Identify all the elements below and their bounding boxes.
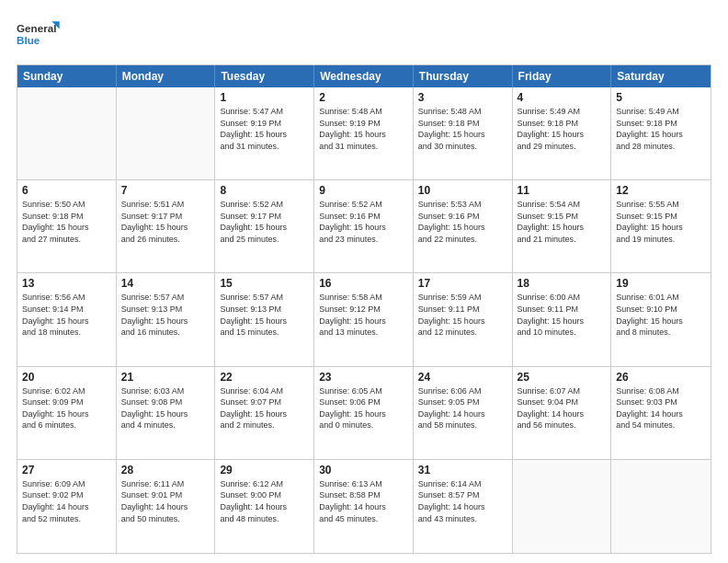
calendar-header-day: Saturday	[611, 65, 711, 87]
calendar-header-day: Monday	[117, 65, 216, 87]
day-number: 17	[418, 277, 507, 290]
svg-text:Blue: Blue	[17, 34, 40, 46]
day-number: 12	[616, 184, 706, 197]
day-number: 8	[220, 184, 309, 197]
cell-detail: Sunrise: 6:00 AM Sunset: 9:11 PM Dayligh…	[518, 292, 607, 338]
cell-detail: Sunrise: 6:05 AM Sunset: 9:06 PM Dayligh…	[319, 385, 408, 431]
calendar-cell: 27Sunrise: 6:09 AM Sunset: 9:02 PM Dayli…	[17, 460, 117, 553]
day-number: 15	[220, 277, 309, 290]
day-number: 29	[220, 464, 309, 477]
day-number: 23	[319, 371, 408, 384]
cell-detail: Sunrise: 6:07 AM Sunset: 9:04 PM Dayligh…	[518, 385, 607, 431]
day-number: 2	[319, 91, 408, 104]
calendar-cell: 11Sunrise: 5:54 AM Sunset: 9:15 PM Dayli…	[513, 180, 612, 272]
calendar-header-day: Tuesday	[215, 65, 314, 87]
calendar-cell: 9Sunrise: 5:52 AM Sunset: 9:16 PM Daylig…	[314, 180, 414, 272]
cell-detail: Sunrise: 6:14 AM Sunset: 8:57 PM Dayligh…	[418, 478, 507, 524]
cell-detail: Sunrise: 5:57 AM Sunset: 9:13 PM Dayligh…	[121, 292, 210, 338]
calendar-cell: 31Sunrise: 6:14 AM Sunset: 8:57 PM Dayli…	[414, 460, 513, 553]
day-number: 19	[616, 277, 706, 290]
day-number: 11	[518, 184, 607, 197]
calendar-cell: 25Sunrise: 6:07 AM Sunset: 9:04 PM Dayli…	[513, 367, 612, 459]
calendar-cell: 7Sunrise: 5:51 AM Sunset: 9:17 PM Daylig…	[117, 180, 216, 272]
calendar-cell: 19Sunrise: 6:01 AM Sunset: 9:10 PM Dayli…	[611, 273, 711, 365]
cell-detail: Sunrise: 5:53 AM Sunset: 9:16 PM Dayligh…	[418, 199, 507, 245]
calendar-week: 27Sunrise: 6:09 AM Sunset: 9:02 PM Dayli…	[17, 460, 711, 553]
calendar-cell: 13Sunrise: 5:56 AM Sunset: 9:14 PM Dayli…	[17, 273, 117, 365]
cell-detail: Sunrise: 6:11 AM Sunset: 9:01 PM Dayligh…	[121, 478, 210, 524]
calendar-cell: 29Sunrise: 6:12 AM Sunset: 9:00 PM Dayli…	[215, 460, 314, 553]
day-number: 4	[518, 91, 607, 104]
calendar-cell: 28Sunrise: 6:11 AM Sunset: 9:01 PM Dayli…	[117, 460, 216, 553]
calendar-cell: 4Sunrise: 5:49 AM Sunset: 9:18 PM Daylig…	[513, 87, 612, 179]
day-number: 30	[319, 464, 408, 477]
day-number: 16	[319, 277, 408, 290]
calendar-cell: 14Sunrise: 5:57 AM Sunset: 9:13 PM Dayli…	[117, 273, 216, 365]
day-number: 20	[22, 371, 111, 384]
calendar-cell: 6Sunrise: 5:50 AM Sunset: 9:18 PM Daylig…	[17, 180, 117, 272]
cell-detail: Sunrise: 6:08 AM Sunset: 9:03 PM Dayligh…	[616, 385, 706, 431]
cell-detail: Sunrise: 5:48 AM Sunset: 9:18 PM Dayligh…	[418, 106, 507, 152]
calendar-header-day: Thursday	[414, 65, 513, 87]
calendar: SundayMondayTuesdayWednesdayThursdayFrid…	[17, 64, 711, 554]
calendar-cell: 2Sunrise: 5:48 AM Sunset: 9:19 PM Daylig…	[314, 87, 414, 179]
calendar-cell: 20Sunrise: 6:02 AM Sunset: 9:09 PM Dayli…	[17, 367, 117, 459]
day-number: 21	[121, 371, 210, 384]
calendar-header: SundayMondayTuesdayWednesdayThursdayFrid…	[17, 65, 711, 87]
calendar-header-day: Friday	[513, 65, 612, 87]
calendar-cell: 30Sunrise: 6:13 AM Sunset: 8:58 PM Dayli…	[314, 460, 414, 553]
cell-detail: Sunrise: 5:49 AM Sunset: 9:18 PM Dayligh…	[518, 106, 607, 152]
day-number: 14	[121, 277, 210, 290]
day-number: 22	[220, 371, 309, 384]
calendar-cell	[117, 87, 216, 179]
logo: General Blue	[17, 17, 63, 55]
day-number: 28	[121, 464, 210, 477]
cell-detail: Sunrise: 6:06 AM Sunset: 9:05 PM Dayligh…	[418, 385, 507, 431]
day-number: 3	[418, 91, 507, 104]
day-number: 6	[22, 184, 111, 197]
cell-detail: Sunrise: 5:49 AM Sunset: 9:18 PM Dayligh…	[616, 106, 706, 152]
calendar-cell: 8Sunrise: 5:52 AM Sunset: 9:17 PM Daylig…	[215, 180, 314, 272]
calendar-cell: 15Sunrise: 5:57 AM Sunset: 9:13 PM Dayli…	[215, 273, 314, 365]
calendar-cell: 18Sunrise: 6:00 AM Sunset: 9:11 PM Dayli…	[513, 273, 612, 365]
day-number: 13	[22, 277, 111, 290]
calendar-week: 6Sunrise: 5:50 AM Sunset: 9:18 PM Daylig…	[17, 180, 711, 273]
cell-detail: Sunrise: 5:47 AM Sunset: 9:19 PM Dayligh…	[220, 106, 309, 152]
calendar-body: 1Sunrise: 5:47 AM Sunset: 9:19 PM Daylig…	[17, 87, 711, 553]
day-number: 7	[121, 184, 210, 197]
calendar-cell	[611, 460, 711, 553]
calendar-cell: 17Sunrise: 5:59 AM Sunset: 9:11 PM Dayli…	[414, 273, 513, 365]
cell-detail: Sunrise: 6:12 AM Sunset: 9:00 PM Dayligh…	[220, 478, 309, 524]
cell-detail: Sunrise: 5:52 AM Sunset: 9:16 PM Dayligh…	[319, 199, 408, 245]
calendar-cell: 10Sunrise: 5:53 AM Sunset: 9:16 PM Dayli…	[414, 180, 513, 272]
calendar-cell: 21Sunrise: 6:03 AM Sunset: 9:08 PM Dayli…	[117, 367, 216, 459]
cell-detail: Sunrise: 5:56 AM Sunset: 9:14 PM Dayligh…	[22, 292, 111, 338]
calendar-week: 1Sunrise: 5:47 AM Sunset: 9:19 PM Daylig…	[17, 87, 711, 180]
calendar-cell: 23Sunrise: 6:05 AM Sunset: 9:06 PM Dayli…	[314, 367, 414, 459]
day-number: 5	[616, 91, 706, 104]
cell-detail: Sunrise: 6:01 AM Sunset: 9:10 PM Dayligh…	[616, 292, 706, 338]
day-number: 9	[319, 184, 408, 197]
calendar-cell: 24Sunrise: 6:06 AM Sunset: 9:05 PM Dayli…	[414, 367, 513, 459]
calendar-cell: 16Sunrise: 5:58 AM Sunset: 9:12 PM Dayli…	[314, 273, 414, 365]
calendar-cell: 1Sunrise: 5:47 AM Sunset: 9:19 PM Daylig…	[215, 87, 314, 179]
cell-detail: Sunrise: 5:57 AM Sunset: 9:13 PM Dayligh…	[220, 292, 309, 338]
svg-text:General: General	[17, 22, 56, 34]
day-number: 27	[22, 464, 111, 477]
day-number: 31	[418, 464, 507, 477]
cell-detail: Sunrise: 5:58 AM Sunset: 9:12 PM Dayligh…	[319, 292, 408, 338]
cell-detail: Sunrise: 5:52 AM Sunset: 9:17 PM Dayligh…	[220, 199, 309, 245]
calendar-week: 13Sunrise: 5:56 AM Sunset: 9:14 PM Dayli…	[17, 273, 711, 366]
day-number: 1	[220, 91, 309, 104]
calendar-cell: 5Sunrise: 5:49 AM Sunset: 9:18 PM Daylig…	[611, 87, 711, 179]
day-number: 24	[418, 371, 507, 384]
cell-detail: Sunrise: 6:04 AM Sunset: 9:07 PM Dayligh…	[220, 385, 309, 431]
calendar-cell	[17, 87, 117, 179]
calendar-cell: 12Sunrise: 5:55 AM Sunset: 9:15 PM Dayli…	[611, 180, 711, 272]
calendar-cell	[513, 460, 612, 553]
cell-detail: Sunrise: 6:13 AM Sunset: 8:58 PM Dayligh…	[319, 478, 408, 524]
calendar-cell: 26Sunrise: 6:08 AM Sunset: 9:03 PM Dayli…	[611, 367, 711, 459]
calendar-header-day: Sunday	[17, 65, 117, 87]
day-number: 25	[518, 371, 607, 384]
calendar-cell: 22Sunrise: 6:04 AM Sunset: 9:07 PM Dayli…	[215, 367, 314, 459]
